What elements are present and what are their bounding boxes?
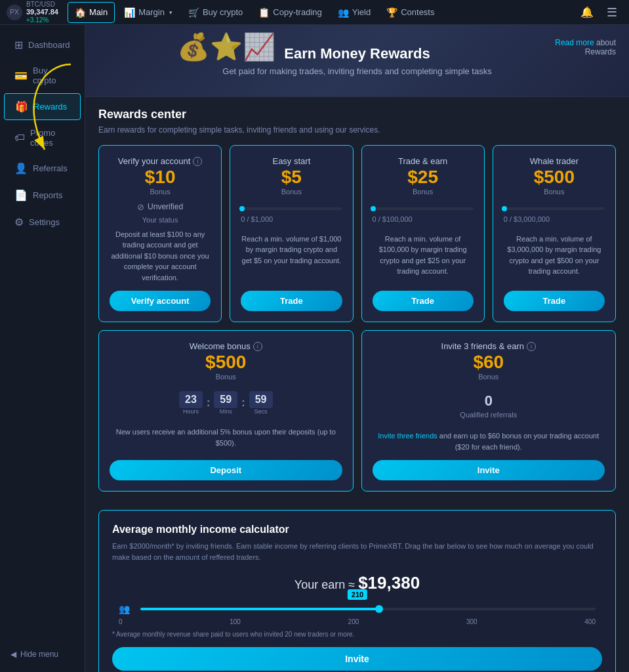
easy-start-amount: $5 [281, 167, 302, 188]
invite-friends-info-icon[interactable]: i [527, 342, 536, 351]
btc-value: 39,347.84 [26, 8, 58, 16]
easy-start-progress-bar [241, 207, 342, 210]
invite-button[interactable]: Invite [373, 460, 605, 480]
nav-item-margin[interactable]: 📊 Margin ▾ [117, 2, 179, 23]
sidebar-item-rewards[interactable]: 🎁 Rewards [4, 93, 81, 120]
invite-friends-card: Invite 3 friends & earn i $60 Bonus 0 Qu… [361, 330, 617, 492]
invite-friends-bonus-label: Bonus [478, 373, 498, 381]
easy-start-progress-text: 0 / $1,000 [241, 215, 273, 223]
top-navigation: PX BTC/USD 39,347.84 +3.12% 🏠 Main 📊 Mar… [0, 0, 629, 25]
top-cards-row: Verify your account i $10 Bonus ⊘ Unveri… [98, 145, 616, 322]
sidebar-item-promo-codes[interactable]: 🏷 Promo codes [4, 121, 81, 154]
nav-item-contests[interactable]: 🏆 Contests [380, 2, 441, 23]
sidebar-item-reports[interactable]: 📄 Reports [4, 182, 81, 208]
welcome-bonus-amount: $500 [205, 352, 246, 373]
whale-trader-progress-text: 0 / $3,000,000 [504, 215, 550, 223]
hide-menu-label: Hide menu [20, 650, 58, 659]
slider-tooltip: 210 [348, 589, 367, 600]
verify-status-label: Your status [142, 216, 178, 224]
welcome-bonus-info-icon[interactable]: i [253, 342, 262, 351]
invite-friends-title: Invite 3 friends & earn i [441, 341, 536, 351]
btc-change: +3.12% [26, 16, 58, 24]
sidebar-rewards-label: Rewards [33, 102, 67, 112]
invite-three-friends-link[interactable]: Invite three friends [378, 432, 439, 440]
whale-trader-desc: Reach a min. volume of $3,000,000 by mar… [504, 234, 605, 277]
copy-trading-icon: 📋 [258, 7, 270, 18]
easy-start-bonus-label: Bonus [281, 188, 302, 196]
banner-read-more[interactable]: Read more about Rewards [555, 38, 616, 56]
rewards-section: Rewards center Earn rewards for completi… [85, 97, 629, 510]
yield-icon: 👥 [338, 7, 349, 18]
timer-secs: 59 [249, 391, 273, 408]
main-content: 💰⭐📈 Earn Money Rewards Get paid for maki… [85, 25, 629, 672]
hide-menu-button[interactable]: ◀ Hide menu [0, 643, 85, 665]
progress-dot-2 [371, 206, 376, 211]
slider-label-0: 0 [119, 618, 123, 625]
section-description: Earn rewards for completing simple tasks… [98, 125, 616, 135]
calculator-note: * Average monthly revenue share paid to … [112, 631, 602, 638]
easy-start-trade-button[interactable]: Trade [241, 291, 342, 311]
main-layout: ⊞ Dashboard 💳 Buy crypto 🎁 Rewards 🏷 Pro… [0, 25, 629, 672]
sidebar-item-dashboard[interactable]: ⊞ Dashboard [4, 32, 81, 58]
nav-item-copy-trading[interactable]: 📋 Copy-trading [252, 2, 328, 23]
bottom-cards-row: Welcome bonus i $500 Bonus 23 Hours : 59 [98, 330, 616, 492]
verify-bonus-label: Bonus [150, 188, 171, 196]
notification-bell-icon[interactable]: 🔔 [575, 6, 599, 18]
easy-start-desc: Reach a min. volume of $1,000 by margin … [241, 234, 342, 266]
whale-trader-progress-fill [504, 207, 505, 210]
sidebar-settings-label: Settings [29, 217, 60, 227]
nav-item-main[interactable]: 🏠 Main [68, 2, 115, 23]
welcome-bonus-card: Welcome bonus i $500 Bonus 23 Hours : 59 [98, 330, 354, 492]
earn-amount: $19,380 [358, 573, 420, 593]
sidebar-referrals-label: Referrals [33, 163, 68, 173]
verify-info-icon[interactable]: i [193, 157, 202, 166]
traders-slider[interactable] [140, 608, 596, 610]
sidebar-item-buy-crypto[interactable]: 💳 Buy crypto [4, 59, 81, 92]
sidebar-item-referrals[interactable]: 👤 Referrals [4, 156, 81, 181]
timer-colon-1: : [207, 397, 210, 409]
verify-account-button[interactable]: Verify account [110, 291, 211, 311]
read-more-link[interactable]: Read more [555, 38, 596, 47]
btc-price-display: BTC/USD 39,347.84 +3.12% [26, 1, 58, 23]
verify-status: Unverified [148, 202, 183, 211]
sidebar: ⊞ Dashboard 💳 Buy crypto 🎁 Rewards 🏷 Pro… [0, 25, 85, 672]
trade-earn-card-title: Trade & earn [398, 156, 447, 166]
easy-start-card-title: Easy start [272, 156, 310, 166]
whale-trader-trade-button[interactable]: Trade [504, 291, 605, 311]
nav-main-label: Main [89, 7, 108, 17]
referral-label: Qualified referrals [460, 411, 517, 419]
banner-subtitle: Get paid for making trades, inviting fri… [222, 66, 491, 76]
easy-start-card: Easy start $5 Bonus 0 / $1,000 Reach a m… [230, 145, 353, 322]
hide-menu-arrow-icon: ◀ [10, 650, 16, 659]
nav-buy-crypto-label: Buy crypto [203, 7, 243, 17]
trade-earn-amount: $25 [407, 167, 438, 188]
nav-item-buy-crypto[interactable]: 🛒 Buy crypto [182, 2, 249, 23]
logo: PX BTC/USD 39,347.84 +3.12% [7, 1, 58, 23]
calculator-invite-button[interactable]: Invite [112, 647, 602, 671]
people-icon: 👥 [119, 604, 130, 614]
btc-pair: BTC/USD [26, 1, 58, 8]
slider-labels: 0 100 200 300 400 [119, 618, 596, 625]
sidebar-buy-crypto-label: Buy crypto [33, 66, 70, 85]
whale-trader-progress-bar [504, 207, 605, 210]
nav-margin-label: Margin [138, 7, 165, 17]
progress-dot [239, 206, 245, 211]
whale-trader-bonus-label: Bonus [544, 188, 564, 196]
nav-contests-label: Contests [401, 7, 434, 17]
verify-amount: $10 [145, 167, 176, 188]
nav-copy-trading-label: Copy-trading [273, 7, 321, 17]
trade-earn-card: Trade & earn $25 Bonus 0 / $100,000 Reac… [361, 145, 485, 322]
verify-status-row: ⊘ Unverified [137, 202, 183, 212]
deposit-button[interactable]: Deposit [110, 460, 342, 480]
slider-container: 210 👥 0 100 200 300 400 [119, 604, 596, 625]
hamburger-menu-icon[interactable]: ☰ [601, 5, 622, 20]
nav-item-yield[interactable]: 👥 Yield [331, 2, 377, 23]
verify-desc: Deposit at least $100 to any trading acc… [110, 229, 211, 284]
trade-earn-progress-text: 0 / $100,000 [373, 215, 413, 223]
trade-earn-trade-button[interactable]: Trade [373, 291, 474, 311]
sidebar-reports-label: Reports [33, 190, 63, 200]
slider-label-400: 400 [584, 618, 596, 625]
sidebar-item-settings[interactable]: ⚙ Settings [4, 209, 81, 235]
margin-icon: 📊 [124, 7, 135, 18]
earn-label: Your earn ≈ [294, 578, 355, 591]
